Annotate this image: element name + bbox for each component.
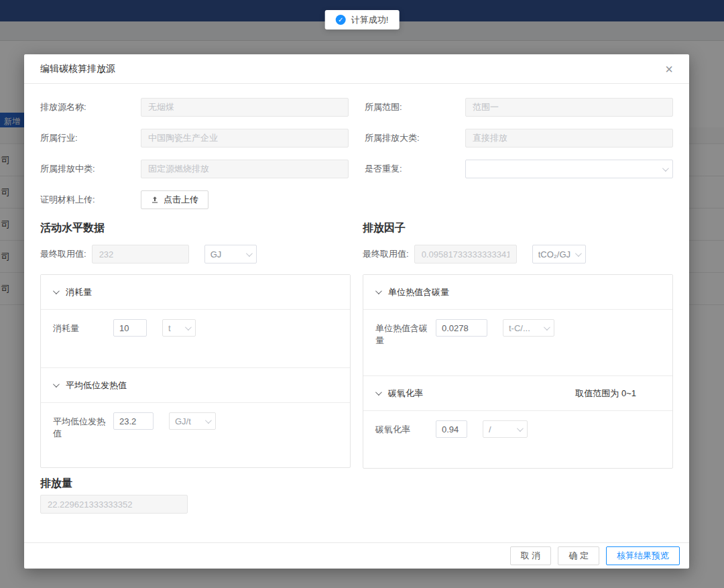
chevron-down-icon xyxy=(246,250,253,257)
panel-header-consumption[interactable]: 消耗量 xyxy=(41,275,350,310)
heating-value-input[interactable] xyxy=(113,412,154,430)
panel-body-consumption: 消耗量 t xyxy=(41,310,350,368)
toast-message: 计算成功! xyxy=(351,14,389,26)
dialog-header: 编辑碳核算排放源 × xyxy=(24,54,689,84)
panel-title: 平均低位发热值 xyxy=(66,379,127,392)
panel-title: 碳氧化率 xyxy=(388,388,423,400)
edit-emission-source-dialog: 编辑碳核算排放源 × 排放源名称: 所属范围: 所属行业: 所属排放大类: xyxy=(24,54,689,569)
consumption-unit-select[interactable]: t xyxy=(162,319,196,337)
emission-title: 排放量 xyxy=(40,477,673,491)
panel-header-heating-value[interactable]: 平均低位发热值 xyxy=(41,368,350,403)
factor-section-title: 排放因子 xyxy=(363,221,673,235)
duplicate-select[interactable] xyxy=(465,160,673,178)
confirm-button[interactable]: 确 定 xyxy=(558,546,599,565)
scope-input xyxy=(465,98,673,117)
activity-section: 活动水平数据 最终取用值: GJ 消耗量 消耗量 xyxy=(40,221,351,469)
chevron-down-icon xyxy=(185,324,192,331)
activity-panel-group: 消耗量 消耗量 t 平均低位发热值 xyxy=(40,274,351,468)
chevron-down-icon xyxy=(375,288,382,294)
oxidation-rate-unit-select[interactable]: / xyxy=(483,420,528,438)
heating-value-unit: GJ/t xyxy=(175,416,205,426)
panel-title: 消耗量 xyxy=(66,286,92,298)
oxidation-rate-input[interactable] xyxy=(436,420,467,438)
oxidation-rate-field-label: 碳氧化率 xyxy=(375,420,429,436)
emission-mid-label: 所属排放中类: xyxy=(40,163,141,175)
chevron-down-icon xyxy=(53,288,60,294)
scope-label: 所属范围: xyxy=(365,101,465,113)
heating-value-unit-select[interactable]: GJ/t xyxy=(169,412,216,430)
carbon-content-unit-select[interactable]: t-C/... xyxy=(503,319,554,337)
factor-unit-select[interactable]: tCO₂/GJ xyxy=(532,245,586,263)
chevron-down-icon xyxy=(205,417,212,424)
upload-button-label: 点击上传 xyxy=(164,194,198,206)
factor-panel-group: 单位热值含碳量 单位热值含碳量 t-C/... 碳氧化率 取值范围为 0~1 xyxy=(363,274,673,469)
source-name-label: 排放源名称: xyxy=(40,101,141,113)
activity-final-label: 最终取用值: xyxy=(40,248,86,260)
factor-section: 排放因子 最终取用值: tCO₂/GJ 单位热值含碳量 单位热值含碳 xyxy=(363,221,673,469)
chevron-down-icon xyxy=(662,165,669,172)
emission-major-input xyxy=(465,129,673,148)
carbon-content-field-label: 单位热值含碳量 xyxy=(375,319,429,347)
carbon-content-unit: t-C/... xyxy=(509,323,544,333)
chevron-down-icon xyxy=(53,381,60,388)
upload-icon xyxy=(151,196,159,204)
activity-final-input xyxy=(92,245,189,263)
activity-unit-select[interactable]: GJ xyxy=(204,245,257,263)
heating-value-field-label: 平均低位发热值 xyxy=(53,412,107,440)
upload-button[interactable]: 点击上传 xyxy=(141,190,208,209)
emission-major-label: 所属排放大类: xyxy=(365,132,465,144)
panel-body-carbon-content: 单位热值含碳量 t-C/... xyxy=(363,310,672,376)
emission-value-input xyxy=(40,495,188,514)
factor-unit-value: tCO₂/GJ xyxy=(538,249,575,259)
carbon-content-input[interactable] xyxy=(436,319,487,337)
emission-mid-input xyxy=(141,160,349,178)
cancel-button[interactable]: 取 消 xyxy=(510,546,552,565)
dialog-footer: 取 消 确 定 核算结果预览 xyxy=(24,542,689,569)
check-circle-icon: ✓ xyxy=(336,15,346,25)
consumption-input[interactable] xyxy=(113,319,147,337)
duplicate-label: 是否重复: xyxy=(365,163,465,175)
panel-header-carbon-content[interactable]: 单位热值含碳量 xyxy=(363,275,672,310)
panel-title: 单位热值含碳量 xyxy=(388,286,449,298)
chevron-down-icon xyxy=(375,389,382,396)
chevron-down-icon xyxy=(517,425,524,432)
consumption-field-label: 消耗量 xyxy=(53,319,107,335)
source-name-input xyxy=(141,98,349,117)
factor-final-input xyxy=(414,245,517,263)
close-icon[interactable]: × xyxy=(665,62,673,76)
oxidation-rate-unit: / xyxy=(489,424,517,434)
panel-body-oxidation-rate: 碳氧化率 / xyxy=(363,411,672,468)
chevron-down-icon xyxy=(575,250,582,257)
chevron-down-icon xyxy=(544,324,550,331)
result-preview-button[interactable]: 核算结果预览 xyxy=(606,546,680,565)
oxidation-range-hint: 取值范围为 0~1 xyxy=(575,388,660,400)
activity-section-title: 活动水平数据 xyxy=(40,221,351,235)
panel-body-heating-value: 平均低位发热值 GJ/t xyxy=(41,403,350,467)
industry-label: 所属行业: xyxy=(40,132,141,144)
dialog-body: 排放源名称: 所属范围: 所属行业: 所属排放大类: 所属排放中类: xyxy=(24,84,689,542)
upload-label: 证明材料上传: xyxy=(40,194,141,206)
dialog-title: 编辑碳核算排放源 xyxy=(40,63,115,75)
factor-final-label: 最终取用值: xyxy=(363,248,409,260)
industry-input xyxy=(141,129,349,148)
panel-header-oxidation-rate[interactable]: 碳氧化率 取值范围为 0~1 xyxy=(363,376,672,411)
activity-unit-value: GJ xyxy=(210,249,246,259)
consumption-unit-value: t xyxy=(168,323,185,333)
success-toast: ✓ 计算成功! xyxy=(325,10,400,30)
